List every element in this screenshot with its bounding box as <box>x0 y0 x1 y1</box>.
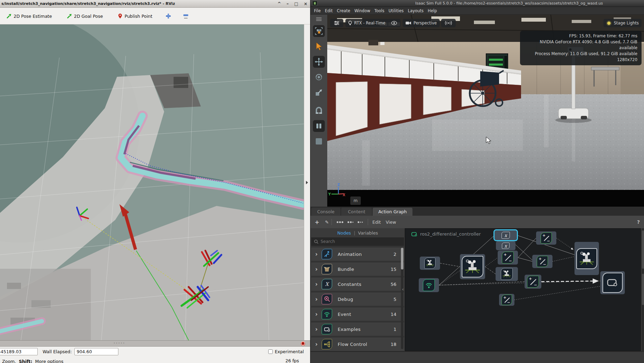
new-graph-button[interactable]: + <box>315 219 319 225</box>
category-row-constants[interactable]: › X Constants 56 <box>311 277 404 291</box>
category-row-event[interactable]: › Event 14 <box>311 308 404 321</box>
remove-tool-button[interactable] <box>180 12 192 20</box>
close-button[interactable]: × <box>304 2 307 6</box>
graph-node-constant[interactable]: x <box>496 241 515 250</box>
experimental-checkbox[interactable] <box>268 349 273 354</box>
category-row-flow-control[interactable]: › Flow Control 18 <box>311 338 404 351</box>
expand-chevron-icon[interactable]: › <box>311 296 322 303</box>
graph-node-script[interactable] <box>600 271 625 294</box>
menu-help[interactable]: Help <box>426 8 439 13</box>
shade-button[interactable]: ^ <box>278 2 281 6</box>
expand-chevron-icon[interactable]: › <box>311 281 322 288</box>
edit-graph-icon[interactable]: ✎ <box>325 220 329 225</box>
publish-point-tool[interactable]: Publish Point <box>114 12 156 20</box>
expand-chevron-icon[interactable]: › <box>311 311 322 318</box>
node-panel-header: Nodes | Variables <box>311 228 404 237</box>
renderer-selector[interactable]: RTX - Real-Time <box>345 19 388 27</box>
rviz-titlebar[interactable]: s/install/stretch3_navigation/share/stre… <box>0 0 310 8</box>
goal-pose-tool[interactable]: 2D Goal Pose <box>63 12 107 20</box>
tab-content[interactable]: Content <box>341 208 372 216</box>
visibility-button[interactable] <box>387 19 401 27</box>
maximize-button[interactable]: □ <box>294 2 298 6</box>
category-row-animation[interactable]: › Animation 2 <box>311 247 404 261</box>
select-tool-button[interactable] <box>313 40 325 52</box>
graph-node-articulation-right[interactable] <box>575 242 599 275</box>
graph-node-math-5[interactable]: + − <box>499 294 514 306</box>
graph-node-math-4[interactable]: + − <box>525 275 541 289</box>
panel-scrollbar[interactable] <box>642 228 644 351</box>
menu-file[interactable]: File <box>312 8 323 13</box>
displays-panel-collapsed[interactable] <box>304 24 310 340</box>
nodes-tab[interactable]: Nodes <box>337 230 351 236</box>
pose-estimate-tool[interactable]: 2D Pose Estimate <box>3 12 56 20</box>
isaac-titlebar[interactable]: Isaac Sim Full 5.0.0 - file:/home/ros2-e… <box>310 0 644 7</box>
action-graph-canvas[interactable]: ros2_differential_controller x x + <box>405 228 641 351</box>
graph-node-differential-robot[interactable] <box>496 267 518 281</box>
viewport-settings-button[interactable] <box>330 19 343 27</box>
selection-mode-icon <box>315 27 323 35</box>
expand-chevron-icon[interactable]: › <box>311 326 322 333</box>
rviz-3d-view[interactable] <box>0 24 304 340</box>
add-tool-button[interactable] <box>162 12 175 20</box>
menu-create[interactable]: Create <box>335 8 352 13</box>
axis-gizmo[interactable]: Z Y X <box>328 183 352 200</box>
node-list-scrollbar[interactable] <box>401 248 403 349</box>
tab-console[interactable]: Console <box>311 208 341 216</box>
expand-panel-icon[interactable] <box>306 181 308 184</box>
rotate-tool-button[interactable] <box>313 71 325 83</box>
category-row-bundle[interactable]: › Bundle 15 <box>311 262 404 276</box>
stage-light-icon <box>606 21 612 26</box>
menu-tools[interactable]: Tools <box>372 8 386 13</box>
help-button[interactable]: ? <box>637 219 640 225</box>
graph-node-articulation-small[interactable] <box>420 257 440 270</box>
isaac-viewport[interactable]: RTX - Real-Time Perspective <box>327 15 644 190</box>
graph-node-math-3[interactable]: + − <box>532 255 552 268</box>
search-input[interactable] <box>321 239 387 244</box>
selection-mode-button[interactable] <box>313 25 325 37</box>
category-row-debug[interactable]: › Debug 5 <box>311 292 404 306</box>
variables-tab[interactable]: Variables <box>358 230 378 236</box>
graph-node-on-playback-tick[interactable] <box>419 278 439 292</box>
graph-node-math-2[interactable]: + − <box>536 231 556 245</box>
time-panel-handle[interactable]: ••••• <box>0 340 310 347</box>
node-library-panel: Nodes | Variables › Animation 2 › Bundle <box>311 228 404 352</box>
stage-lights-button[interactable]: Stage Lights <box>603 19 642 27</box>
graph-node-math-1[interactable]: + − <box>498 251 518 265</box>
isaac-menubar: File Edit Create Window Tools Utilities … <box>310 7 644 15</box>
scale-tool-button[interactable] <box>313 87 325 98</box>
wall-elapsed-label: Wall Elapsed: <box>43 349 72 354</box>
minimize-button[interactable]: – <box>287 2 289 6</box>
graph-node-constant-selected[interactable]: x <box>495 230 517 240</box>
panel-collapse-icon[interactable]: ‹ <box>402 287 404 292</box>
expand-chevron-icon[interactable]: › <box>311 266 322 273</box>
expand-chevron-icon[interactable]: › <box>311 341 322 348</box>
graph-edit-menu[interactable]: Edit <box>372 220 381 225</box>
units-button[interactable]: m <box>350 197 361 205</box>
graph-view-menu[interactable]: View <box>386 220 396 225</box>
move-tool-button[interactable] <box>313 56 325 68</box>
snap-tool-button[interactable] <box>313 105 325 117</box>
record-indicator-icon[interactable] <box>301 341 305 346</box>
connection-style-3-button[interactable] <box>358 221 363 223</box>
tab-action-graph[interactable]: Action Graph <box>373 208 412 216</box>
node-search[interactable] <box>311 237 404 246</box>
category-row-examples[interactable]: › Examples 1 <box>311 323 404 336</box>
connection-style-2-button[interactable] <box>347 221 353 223</box>
menu-handle-icon[interactable] <box>316 17 322 22</box>
stop-button[interactable] <box>313 135 325 147</box>
menu-window[interactable]: Window <box>352 8 372 13</box>
capture-button[interactable] <box>441 19 456 27</box>
camera-selector[interactable]: Perspective <box>403 19 440 27</box>
ros-time-field[interactable] <box>0 348 38 355</box>
menu-layouts[interactable]: Layouts <box>406 8 426 13</box>
connection-style-1-button[interactable] <box>337 221 343 223</box>
pause-button[interactable] <box>313 120 325 132</box>
minus-icon <box>183 14 189 17</box>
wall-elapsed-field[interactable] <box>74 348 118 355</box>
expand-chevron-icon[interactable]: › <box>311 251 322 258</box>
camera-icon <box>405 21 411 25</box>
menu-edit[interactable]: Edit <box>323 8 335 13</box>
flow-control-icon <box>322 339 332 349</box>
menu-utilities[interactable]: Utilities <box>386 8 405 13</box>
graph-node-articulation-controller[interactable] <box>460 254 485 279</box>
